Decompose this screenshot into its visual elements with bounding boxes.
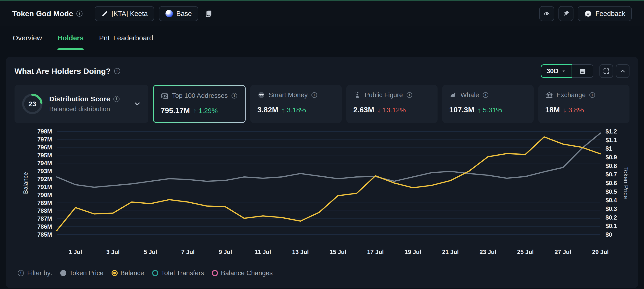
balance-price-chart[interactable]: 798M797M796M795M794M793M792M791M790M789M… xyxy=(14,126,630,267)
tab-overview[interactable]: Overview xyxy=(13,26,42,50)
stat-value: 107.3M xyxy=(449,106,474,114)
stat-info-icon[interactable] xyxy=(406,92,412,98)
stat-label: Top 100 Addresses xyxy=(172,92,228,100)
svg-text:797M: 797M xyxy=(37,136,52,143)
stat-card-exchange[interactable]: Exchange 18M ↓ 3.8% xyxy=(538,85,630,123)
base-chain-icon xyxy=(166,10,173,17)
stat-change: ↑ 1.29% xyxy=(193,107,218,115)
x-axis-ticks: 1 Jul3 Jul5 Jul7 Jul9 Jul11 Jul13 Jul15 … xyxy=(69,249,609,255)
svg-text:794M: 794M xyxy=(37,160,52,166)
svg-text:15 Jul: 15 Jul xyxy=(330,249,346,255)
app-title: Token God Mode xyxy=(12,10,73,18)
stat-info-icon[interactable] xyxy=(483,92,488,98)
pencil-icon xyxy=(101,10,108,17)
tab-pnl-leaderboard[interactable]: PnL Leaderboard xyxy=(99,26,153,50)
svg-text:7 Jul: 7 Jul xyxy=(182,249,195,255)
copy-address-icon[interactable] xyxy=(204,9,213,18)
distribution-score-info-icon[interactable] xyxy=(114,96,120,102)
top-header-bar: Token God Mode [KTA] Keeta Base Feedback xyxy=(0,0,644,26)
calendar-range-button[interactable] xyxy=(572,64,594,78)
stat-change: ↑ 3.18% xyxy=(282,106,306,114)
collapse-panel-button[interactable] xyxy=(616,64,630,78)
expand-distribution-icon[interactable] xyxy=(133,100,141,108)
svg-text:787M: 787M xyxy=(37,215,52,222)
svg-text:$0.9: $0.9 xyxy=(606,154,617,160)
tab-holders-label: Holders xyxy=(58,34,84,42)
feedback-label: Feedback xyxy=(596,10,625,18)
pin-button[interactable] xyxy=(558,6,574,21)
balance-line xyxy=(57,137,600,231)
filter-option-token-price[interactable]: Token Price xyxy=(60,269,103,277)
svg-text:25 Jul: 25 Jul xyxy=(517,249,534,255)
svg-text:13 Jul: 13 Jul xyxy=(292,249,309,255)
svg-text:791M: 791M xyxy=(37,184,52,190)
svg-text:786M: 786M xyxy=(37,223,52,230)
holder-stats-row: 23 Distribution Score Balanced distribut… xyxy=(14,85,630,123)
smart-money-icon xyxy=(257,91,265,99)
right-axis-ticks: $1.2$1.1$1$0.9$0.8$0.7$0.6$0.5$0.4$0.3$0… xyxy=(606,128,617,238)
panel-info-icon[interactable] xyxy=(114,68,120,74)
stat-change: ↑ 5.31% xyxy=(478,106,502,114)
stat-label: Exchange xyxy=(556,91,586,99)
tab-pnl-leaderboard-label: PnL Leaderboard xyxy=(99,34,153,42)
filter-option-balance[interactable]: Balance xyxy=(112,269,144,277)
stat-change: ↓ 3.8% xyxy=(563,106,584,114)
watch-token-button[interactable] xyxy=(539,6,554,21)
filter-option-total-transfers[interactable]: Total Transfers xyxy=(152,269,204,277)
stat-info-icon[interactable] xyxy=(312,92,317,98)
distribution-score-subtitle: Balanced distribution xyxy=(49,105,120,113)
whale-icon xyxy=(449,91,457,99)
distribution-score-title: Distribution Score xyxy=(49,95,110,103)
balance-changes-radio-icon xyxy=(212,270,218,276)
svg-text:796M: 796M xyxy=(37,144,52,151)
filter-option-label: Balance xyxy=(120,269,144,277)
svg-text:$0.3: $0.3 xyxy=(606,205,617,212)
stat-info-icon[interactable] xyxy=(590,92,595,98)
token-selector-button[interactable]: [KTA] Keeta xyxy=(95,6,154,21)
distribution-score-gauge: 23 xyxy=(22,93,43,115)
page-tabs: Overview Holders PnL Leaderboard xyxy=(0,26,644,50)
svg-text:3 Jul: 3 Jul xyxy=(106,249,120,255)
time-range-dropdown[interactable]: 30D xyxy=(541,64,572,78)
svg-text:$1.1: $1.1 xyxy=(606,137,617,143)
stat-value: 18M xyxy=(545,106,560,114)
svg-text:$0.5: $0.5 xyxy=(606,188,617,195)
chevron-up-icon xyxy=(619,68,626,75)
fullscreen-icon xyxy=(603,68,610,75)
stat-card-public-figure[interactable]: Public Figure 2.63M ↓ 13.12% xyxy=(346,85,438,123)
filter-info-icon[interactable] xyxy=(18,270,24,276)
fullscreen-button[interactable] xyxy=(600,64,613,78)
pushpin-icon xyxy=(562,10,570,18)
filter-option-label: Total Transfers xyxy=(161,269,204,277)
chart-filter-row: Filter by: Token Price Balance Total Tra… xyxy=(14,269,630,277)
filter-option-label: Token Price xyxy=(69,269,103,277)
svg-text:$0.6: $0.6 xyxy=(606,180,617,186)
left-axis-title: Balance xyxy=(22,172,29,194)
exchange-bank-icon xyxy=(545,91,553,99)
eye-icon xyxy=(543,10,551,18)
tab-holders[interactable]: Holders xyxy=(58,26,84,50)
title-info-icon[interactable] xyxy=(76,11,82,17)
feedback-button[interactable]: Feedback xyxy=(578,6,632,21)
left-axis-ticks: 798M797M796M795M794M793M792M791M790M789M… xyxy=(37,128,52,238)
stat-label: Public Figure xyxy=(365,91,403,99)
stat-card-distribution-score[interactable]: 23 Distribution Score Balanced distribut… xyxy=(14,85,148,123)
filter-option-balance-changes[interactable]: Balance Changes xyxy=(212,269,272,277)
stat-card-smart-money[interactable]: Smart Money 3.82M ↑ 3.18% xyxy=(250,85,342,123)
svg-text:23 Jul: 23 Jul xyxy=(480,249,496,255)
stat-card-whale[interactable]: Whale 107.3M ↑ 5.31% xyxy=(442,85,534,123)
total-transfers-radio-icon xyxy=(152,270,158,276)
distribution-score-value: 23 xyxy=(22,93,43,115)
chain-selector-button[interactable]: Base xyxy=(159,6,198,21)
stat-label: Whale xyxy=(460,91,479,99)
svg-text:11 Jul: 11 Jul xyxy=(255,249,271,255)
stat-card-top-100-addresses[interactable]: Top 100 Addresses 795.17M ↑ 1.29% xyxy=(153,85,246,123)
svg-text:$1.2: $1.2 xyxy=(606,128,617,135)
stat-info-icon[interactable] xyxy=(232,93,237,99)
svg-text:789M: 789M xyxy=(37,200,52,206)
svg-text:21 Jul: 21 Jul xyxy=(442,249,459,255)
stat-label: Smart Money xyxy=(268,91,308,99)
calendar-icon xyxy=(579,67,586,75)
svg-text:790M: 790M xyxy=(37,192,52,198)
svg-text:795M: 795M xyxy=(37,152,52,159)
